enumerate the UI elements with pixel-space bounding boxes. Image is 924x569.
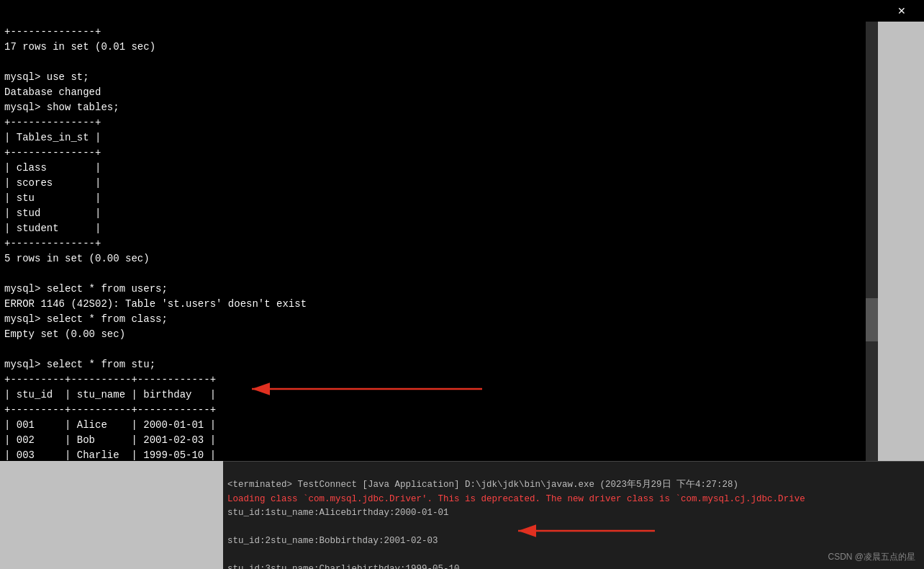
warning-line: Loading class `com.mysql.jdbc.Driver'. T… [227, 494, 805, 504]
terminal-content: +--------------+ 17 rows in set (0.01 se… [0, 22, 878, 461]
output-line-2: stu_id:2stu_name:Bobbirthday:2001-02-03 [227, 536, 438, 546]
bottom-panel: <terminated> TestConnect [Java Applicati… [223, 461, 924, 569]
close-button[interactable]: ✕ [885, 0, 918, 22]
watermark: CSDN @凌晨五点的星 [828, 551, 915, 563]
scrollbar[interactable] [866, 22, 878, 461]
bottom-panel-content: <terminated> TestConnect [Java Applicati… [223, 462, 924, 569]
terminal-window: +--------------+ 17 rows in set (0.01 se… [0, 0, 878, 461]
arrow-2 [511, 524, 662, 538]
output-line-1: stu_id:1stu_name:Alicebirthday:2000-01-0… [227, 508, 449, 518]
output-line-3: stu_id:3stu_name:Charliebirthday:1999-05… [227, 564, 460, 569]
terminated-line: <terminated> TestConnect [Java Applicati… [227, 480, 738, 490]
watermark-text: CSDN @凌晨五点的星 [828, 552, 915, 562]
scrollbar-thumb[interactable] [866, 298, 878, 341]
